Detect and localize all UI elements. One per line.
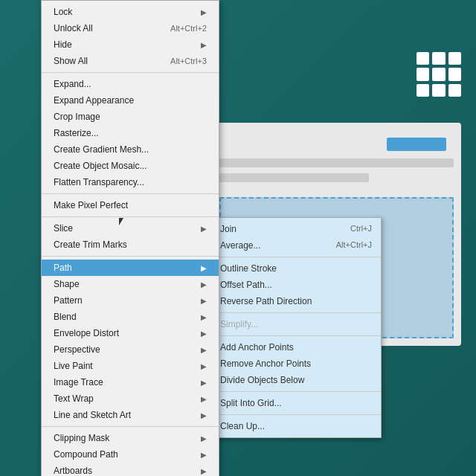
menu-item-arrow-slice: ▶ xyxy=(201,225,207,233)
menu-item-shortcut-show-all: Alt+Ctrl+3 xyxy=(170,57,207,65)
path-submenu-item-split-into-grid[interactable]: Split Into Grid... xyxy=(211,395,381,411)
menu-item-hide[interactable]: Hide▶ xyxy=(42,36,219,53)
menu-item-arrow-pattern: ▶ xyxy=(201,297,207,305)
menu-item-label-compound-path: Compound Path xyxy=(54,449,201,460)
menu-item-label-create-object-mosaic: Create Object Mosaic... xyxy=(54,161,207,171)
menu-item-label-shape: Shape xyxy=(54,279,201,289)
menu-item-rasterize[interactable]: Rasterize... xyxy=(42,125,219,141)
menu-item-live-paint[interactable]: Live Paint▶ xyxy=(42,358,219,374)
submenu-item-label-reverse-path-direction: Reverse Path Direction xyxy=(220,296,312,306)
menu-item-envelope-distort[interactable]: Envelope Distort▶ xyxy=(42,325,219,341)
menu-item-arrow-compound-path: ▶ xyxy=(201,451,207,459)
menu-item-label-image-trace: Image Trace xyxy=(54,377,201,387)
menu-item-artboards[interactable]: Artboards▶ xyxy=(42,463,219,476)
menu-item-label-expand-appearance: Expand Appearance xyxy=(54,95,207,106)
grid-cell xyxy=(448,52,461,65)
submenu-item-label-add-anchor-points: Add Anchor Points xyxy=(220,342,294,353)
menu-item-expand[interactable]: Expand... xyxy=(42,76,219,92)
menu-item-label-hide: Hide xyxy=(54,39,201,50)
menu-item-line-and-sketch-art[interactable]: Line and Sketch Art▶ xyxy=(42,407,219,423)
submenu-item-label-remove-anchor-points: Remove Anchor Points xyxy=(220,358,311,369)
path-submenu-item-clean-up[interactable]: Clean Up... xyxy=(211,418,381,434)
grid-cell xyxy=(448,68,461,80)
path-submenu-item-reverse-path-direction[interactable]: Reverse Path Direction xyxy=(211,293,381,309)
menu-item-create-gradient-mesh[interactable]: Create Gradient Mesh... xyxy=(42,141,219,158)
submenu-item-label-split-into-grid: Split Into Grid... xyxy=(220,398,282,408)
menu-separator xyxy=(42,216,219,217)
menu-item-label-make-pixel-perfect: Make Pixel Perfect xyxy=(54,200,207,210)
menu-separator xyxy=(42,426,219,427)
submenu-item-shortcut-average: Alt+Ctrl+J xyxy=(336,240,372,251)
menu-item-compound-path[interactable]: Compound Path▶ xyxy=(42,446,219,463)
grid-cell xyxy=(432,52,445,65)
path-submenu-item-add-anchor-points[interactable]: Add Anchor Points xyxy=(211,339,381,356)
grid-cell xyxy=(416,68,429,80)
path-submenu-item-average[interactable]: Average...Alt+Ctrl+J xyxy=(211,237,381,254)
menu-item-label-perspective: Perspective xyxy=(54,344,201,355)
path-submenu-item-offset-path[interactable]: Offset Path... xyxy=(211,277,381,293)
menu-item-clipping-mask[interactable]: Clipping Mask▶ xyxy=(42,430,219,446)
menu-item-crop-image[interactable]: Crop Image xyxy=(42,109,219,125)
menu-item-expand-appearance[interactable]: Expand Appearance xyxy=(42,92,219,109)
menu-item-label-slice: Slice xyxy=(54,223,201,234)
submenu-item-label-clean-up: Clean Up... xyxy=(220,421,265,431)
menu-item-unlock-all[interactable]: Unlock AllAlt+Ctrl+2 xyxy=(42,20,219,36)
menu-item-shape[interactable]: Shape▶ xyxy=(42,276,219,292)
demo-gray-bar2 xyxy=(219,173,369,182)
grid-cell xyxy=(416,52,429,65)
menu-item-show-all[interactable]: Show AllAlt+Ctrl+3 xyxy=(42,53,219,69)
menu-separator xyxy=(42,72,219,73)
grid-icon xyxy=(416,52,461,97)
menu-item-create-object-mosaic[interactable]: Create Object Mosaic... xyxy=(42,158,219,174)
menu-item-label-pattern: Pattern xyxy=(54,295,201,306)
menu-item-label-expand: Expand... xyxy=(54,79,207,89)
menu-item-arrow-image-trace: ▶ xyxy=(201,379,207,387)
menu-item-arrow-path: ▶ xyxy=(201,264,207,272)
menu-item-label-show-all: Show All xyxy=(54,56,170,66)
path-submenu-item-simplify[interactable]: Simplify... xyxy=(211,316,381,332)
menu-item-perspective[interactable]: Perspective▶ xyxy=(42,341,219,358)
menu-item-label-rasterize: Rasterize... xyxy=(54,128,207,138)
menu-item-blend[interactable]: Blend▶ xyxy=(42,309,219,325)
menu-item-arrow-text-wrap: ▶ xyxy=(201,395,207,403)
path-submenu-item-outline-stroke[interactable]: Outline Stroke xyxy=(211,260,381,277)
demo-blue-bar xyxy=(387,138,446,151)
menu-item-flatten-transparency[interactable]: Flatten Transparency... xyxy=(42,174,219,190)
menu-item-label-line-and-sketch-art: Line and Sketch Art xyxy=(54,410,201,420)
menu-separator xyxy=(42,193,219,194)
menu-item-lock[interactable]: Lock▶ xyxy=(42,4,219,20)
submenu-separator xyxy=(211,257,381,257)
menu-item-text-wrap[interactable]: Text Wrap▶ xyxy=(42,390,219,407)
menu-item-arrow-line-and-sketch-art: ▶ xyxy=(201,411,207,419)
menu-item-label-live-paint: Live Paint xyxy=(54,361,201,371)
path-submenu-item-remove-anchor-points[interactable]: Remove Anchor Points xyxy=(211,356,381,372)
menu-item-label-envelope-distort: Envelope Distort xyxy=(54,328,201,338)
menu-item-arrow-lock: ▶ xyxy=(201,8,207,16)
grid-cell xyxy=(432,84,445,97)
menu-item-slice[interactable]: Slice▶ xyxy=(42,220,219,237)
menu-item-arrow-live-paint: ▶ xyxy=(201,362,207,370)
grid-cell xyxy=(416,84,429,97)
menu-item-image-trace[interactable]: Image Trace▶ xyxy=(42,374,219,390)
menu-item-arrow-artboards: ▶ xyxy=(201,467,207,475)
menu-item-pattern[interactable]: Pattern▶ xyxy=(42,292,219,309)
menu-item-make-pixel-perfect[interactable]: Make Pixel Perfect xyxy=(42,197,219,213)
menu-item-create-trim-marks[interactable]: Create Trim Marks xyxy=(42,237,219,253)
menu-item-path[interactable]: Path▶ xyxy=(42,260,219,276)
menu-item-label-text-wrap: Text Wrap xyxy=(54,393,201,404)
context-menu: Lock▶Unlock AllAlt+Ctrl+2Hide▶Show AllAl… xyxy=(41,0,219,476)
submenu-item-label-outline-stroke: Outline Stroke xyxy=(220,263,277,274)
submenu-item-label-divide-objects-below: Divide Objects Below xyxy=(220,375,304,385)
menu-item-label-create-gradient-mesh: Create Gradient Mesh... xyxy=(54,144,207,155)
submenu-item-shortcut-join: Ctrl+J xyxy=(350,224,372,234)
menu-item-label-clipping-mask: Clipping Mask xyxy=(54,433,201,443)
path-submenu-item-join[interactable]: JoinCtrl+J xyxy=(211,221,381,237)
path-submenu-item-divide-objects-below[interactable]: Divide Objects Below xyxy=(211,372,381,388)
menu-separator xyxy=(42,256,219,257)
menu-item-shortcut-unlock-all: Alt+Ctrl+2 xyxy=(170,24,207,33)
menu-item-arrow-shape: ▶ xyxy=(201,280,207,289)
submenu-item-label-average: Average... xyxy=(220,240,260,251)
menu-item-arrow-hide: ▶ xyxy=(201,41,207,49)
menu-item-label-blend: Blend xyxy=(54,312,201,322)
menu-item-label-create-trim-marks: Create Trim Marks xyxy=(54,239,207,250)
